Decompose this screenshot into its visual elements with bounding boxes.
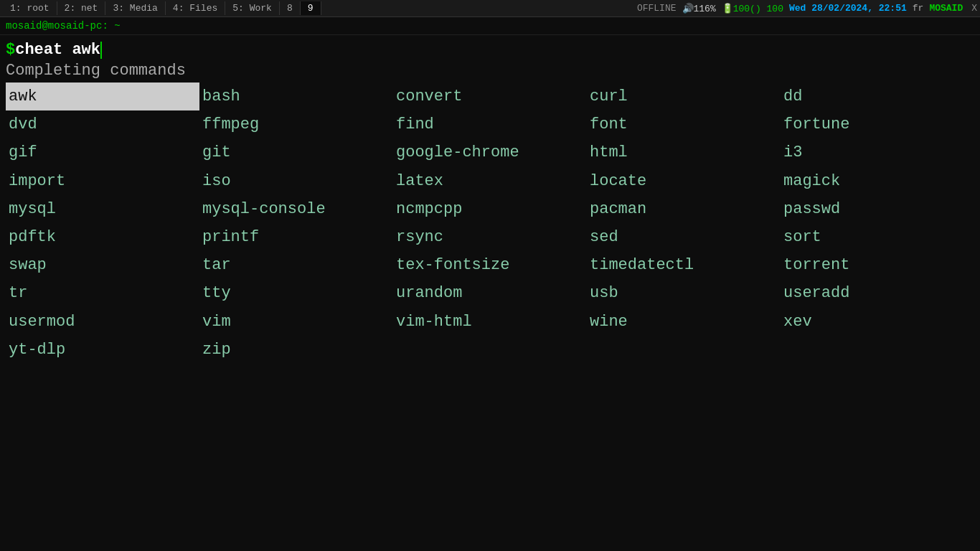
completion-grid: awkbashconvertcurldddvdffmpegfindfontfor… (6, 83, 974, 364)
completion-item-ffmpeg[interactable]: ffmpeg (199, 110, 393, 138)
completion-item-usb[interactable]: usb (587, 279, 781, 307)
completion-item-yt-dlp[interactable]: yt-dlp (6, 336, 199, 364)
language: fr (913, 3, 924, 14)
terminal: $cheat awk Completing commands awkbashco… (0, 35, 980, 369)
completion-item-locate[interactable]: locate (587, 167, 781, 195)
tab-8[interactable]: 8 (280, 1, 301, 15)
completion-item-mysql-console[interactable]: mysql-console (199, 195, 393, 223)
completion-item-dvd[interactable]: dvd (6, 110, 199, 138)
completion-item-timedatectl[interactable]: timedatectl (587, 251, 781, 279)
completion-item-bash[interactable]: bash (199, 83, 393, 110)
completion-item-html[interactable]: html (587, 138, 781, 166)
hostname-label: mosaid@mosaid-pc: ~ (6, 20, 121, 32)
username: MOSAID (929, 3, 963, 14)
completion-item-font[interactable]: font (587, 110, 781, 138)
completion-item-curl[interactable]: curl (587, 83, 781, 110)
datetime: Wed 28/02/2024, 22:51 (789, 3, 907, 14)
prompt-dollar: $ (6, 41, 15, 59)
completion-item-ncmpcpp[interactable]: ncmpcpp (393, 195, 587, 223)
completion-item-import[interactable]: import (6, 167, 199, 195)
completion-item-wine[interactable]: wine (587, 308, 781, 336)
completion-item-gif[interactable]: gif (6, 138, 199, 166)
completion-item-urandom[interactable]: urandom (393, 279, 587, 307)
cursor (100, 42, 102, 59)
prompt-cmd: cheat awk (15, 41, 100, 59)
tab-5-work[interactable]: 5: Work (225, 1, 280, 15)
completion-item-sort[interactable]: sort (781, 223, 974, 251)
completion-item-useradd[interactable]: useradd (781, 279, 974, 307)
completion-item-zip[interactable]: zip (199, 336, 393, 364)
completion-item-convert[interactable]: convert (393, 83, 587, 110)
completion-item-torrent[interactable]: torrent (781, 251, 974, 279)
completion-item-vim[interactable]: vim (199, 308, 393, 336)
close-button[interactable]: X (971, 3, 977, 14)
completion-item-tr[interactable]: tr (6, 279, 199, 307)
completion-item-i3[interactable]: i3 (781, 138, 974, 166)
completion-item-vim-html[interactable]: vim-html (393, 308, 587, 336)
completion-item-dd[interactable]: dd (781, 83, 974, 110)
completion-item-usermod[interactable]: usermod (6, 308, 199, 336)
completion-item-find[interactable]: find (393, 110, 587, 138)
completion-item-printf[interactable]: printf (199, 223, 393, 251)
completion-item-mysql[interactable]: mysql (6, 195, 199, 223)
completion-item-latex[interactable]: latex (393, 167, 587, 195)
tab-3-media[interactable]: 3: Media (105, 1, 165, 15)
completion-item-google-chrome[interactable]: google-chrome (393, 138, 587, 166)
completion-item-awk[interactable]: awk (6, 83, 199, 110)
offline-status: OFFLINE (637, 3, 677, 14)
status-area: OFFLINE 🔊116% 🔋100() 100 Wed 28/02/2024,… (637, 3, 977, 14)
completion-item-iso[interactable]: iso (199, 167, 393, 195)
completion-item-swap[interactable]: swap (6, 251, 199, 279)
volume-status: 🔊116% (682, 3, 716, 14)
tab-1-root[interactable]: 1: root (3, 1, 57, 15)
topbar: 1: root 2: net 3: Media 4: Files 5: Work… (0, 0, 980, 17)
titlebar: mosaid@mosaid-pc: ~ (0, 17, 980, 35)
tab-4-files[interactable]: 4: Files (166, 1, 225, 15)
tab-2-net[interactable]: 2: net (57, 1, 106, 15)
prompt-line: $cheat awk (6, 41, 974, 59)
battery-status: 🔋100() 100 (722, 3, 783, 14)
completion-item-rsync[interactable]: rsync (393, 223, 587, 251)
completion-item-tar[interactable]: tar (199, 251, 393, 279)
completion-item-tex-fontsize[interactable]: tex-fontsize (393, 251, 587, 279)
completion-item-sed[interactable]: sed (587, 223, 781, 251)
completion-item-fortune[interactable]: fortune (781, 110, 974, 138)
completion-item-passwd[interactable]: passwd (781, 195, 974, 223)
completion-item-tty[interactable]: tty (199, 279, 393, 307)
completion-item-pacman[interactable]: pacman (587, 195, 781, 223)
completion-item-magick[interactable]: magick (781, 167, 974, 195)
completing-line: Completing commands (6, 62, 974, 80)
completion-item-git[interactable]: git (199, 138, 393, 166)
completion-item-xev[interactable]: xev (781, 308, 974, 336)
completion-item-pdftk[interactable]: pdftk (6, 223, 199, 251)
tab-9[interactable]: 9 (301, 1, 321, 15)
